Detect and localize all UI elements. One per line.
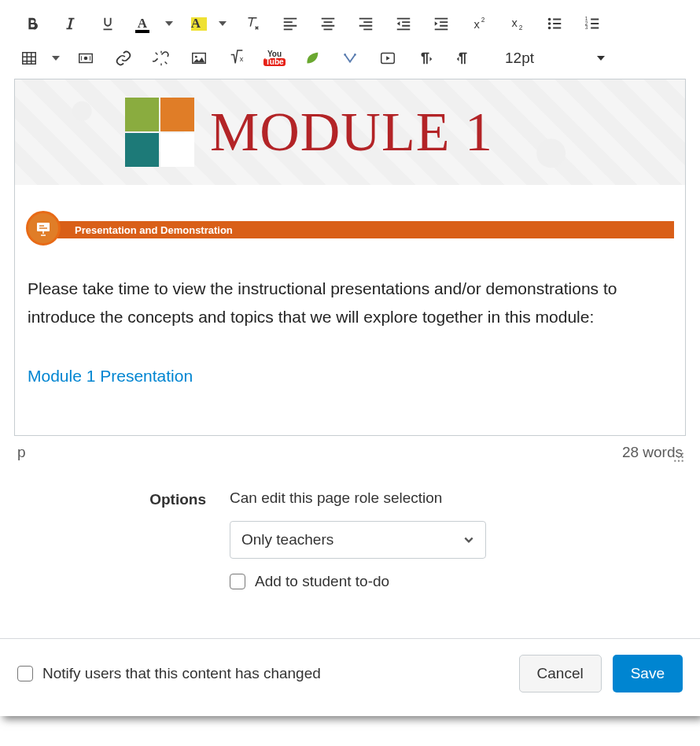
editor-content-area[interactable]: MODULE 1 Presentation and Demonstration … (14, 79, 686, 436)
equation-button[interactable]: x (219, 44, 255, 72)
table-dropdown[interactable] (46, 54, 66, 62)
svg-point-19 (682, 452, 683, 454)
v-icon[interactable] (332, 44, 368, 72)
svg-rect-18 (37, 223, 50, 231)
svg-point-5 (548, 22, 551, 25)
add-todo-label: Add to student to-do (255, 573, 389, 590)
align-center-button[interactable] (310, 9, 346, 38)
editor-status-bar: p 28 words (14, 436, 686, 461)
notify-label: Notify users that this content has chang… (42, 665, 321, 682)
element-path[interactable]: p (17, 444, 26, 461)
ltr-button[interactable] (407, 44, 444, 72)
body-paragraph: Please take time to view the instruction… (15, 243, 685, 349)
numbered-list-button[interactable]: 123 (574, 9, 610, 38)
media-record-button[interactable] (68, 44, 104, 72)
module-presentation-link[interactable]: Module 1 Presentation (28, 367, 672, 386)
edit-role-value: Only teachers (241, 531, 333, 548)
svg-point-4 (548, 18, 551, 21)
bold-button[interactable] (14, 9, 50, 38)
align-right-button[interactable] (348, 9, 384, 38)
svg-text:x: x (474, 18, 481, 31)
page-footer: Notify users that this content has chang… (0, 638, 700, 716)
superscript-button[interactable]: x2 (461, 9, 497, 38)
banner-title: MODULE 1 (210, 101, 493, 164)
puzzle-icon (125, 98, 194, 167)
highlight-color-dropdown[interactable] (212, 20, 233, 28)
svg-text:2: 2 (519, 24, 523, 31)
clear-formatting-button[interactable] (234, 9, 271, 38)
image-button[interactable] (181, 44, 217, 72)
notify-checkbox-row[interactable]: Notify users that this content has chang… (17, 665, 321, 682)
section-header: Presentation and Demonstration (26, 216, 674, 243)
notify-checkbox[interactable] (17, 666, 33, 681)
add-todo-checkbox[interactable] (230, 574, 245, 589)
table-button[interactable] (14, 44, 44, 72)
indent-button[interactable] (423, 9, 459, 38)
leaf-icon[interactable] (294, 44, 330, 72)
font-size-select[interactable]: 12pt (505, 50, 605, 67)
outdent-button[interactable] (385, 9, 422, 38)
svg-point-6 (548, 27, 551, 30)
module-banner: MODULE 1 (15, 79, 685, 185)
save-button[interactable]: Save (613, 655, 683, 692)
text-color-dropdown[interactable] (159, 20, 179, 28)
svg-point-15 (344, 54, 346, 56)
presentation-icon (26, 211, 61, 246)
toolbar-row-2: x YouTube 12pt (14, 41, 686, 76)
section-label: Presentation and Demonstration (75, 224, 233, 236)
edit-role-label: Can edit this page role selection (230, 489, 486, 507)
subscript-button[interactable]: x2 (499, 9, 535, 38)
text-color-button[interactable]: A (127, 9, 157, 38)
rich-text-toolbar: A A x2 x2 123 x YouTu (14, 0, 686, 76)
svg-point-23 (678, 460, 680, 462)
svg-point-13 (195, 56, 197, 58)
svg-point-21 (678, 456, 680, 458)
svg-point-22 (682, 460, 683, 462)
edit-role-select[interactable]: Only teachers (230, 521, 486, 559)
svg-point-20 (682, 456, 683, 458)
svg-text:3: 3 (585, 24, 588, 30)
options-section: Options Can edit this page role selectio… (14, 489, 686, 590)
bullet-list-button[interactable] (536, 9, 573, 38)
font-size-value: 12pt (505, 50, 534, 67)
options-heading: Options (138, 489, 206, 590)
svg-text:x: x (240, 55, 244, 63)
cancel-button[interactable]: Cancel (519, 655, 602, 692)
svg-point-24 (674, 460, 676, 462)
svg-text:2: 2 (481, 17, 485, 24)
unlink-button[interactable] (143, 44, 179, 72)
highlight-color-button[interactable]: A (181, 9, 211, 38)
resize-handle-icon[interactable] (673, 452, 684, 463)
youtube-button[interactable]: YouTube (256, 44, 293, 72)
italic-button[interactable] (52, 9, 88, 38)
toolbar-row-1: A A x2 x2 123 (14, 6, 686, 41)
align-left-button[interactable] (272, 9, 308, 38)
add-todo-checkbox-row[interactable]: Add to student to-do (230, 573, 486, 590)
rtl-button[interactable] (445, 44, 481, 72)
underline-button[interactable] (90, 9, 126, 38)
chevron-down-icon (463, 534, 474, 545)
svg-text:x: x (512, 17, 518, 29)
link-button[interactable] (105, 44, 142, 72)
svg-point-11 (84, 57, 88, 61)
svg-point-16 (354, 54, 356, 56)
embed-media-button[interactable] (370, 44, 406, 72)
